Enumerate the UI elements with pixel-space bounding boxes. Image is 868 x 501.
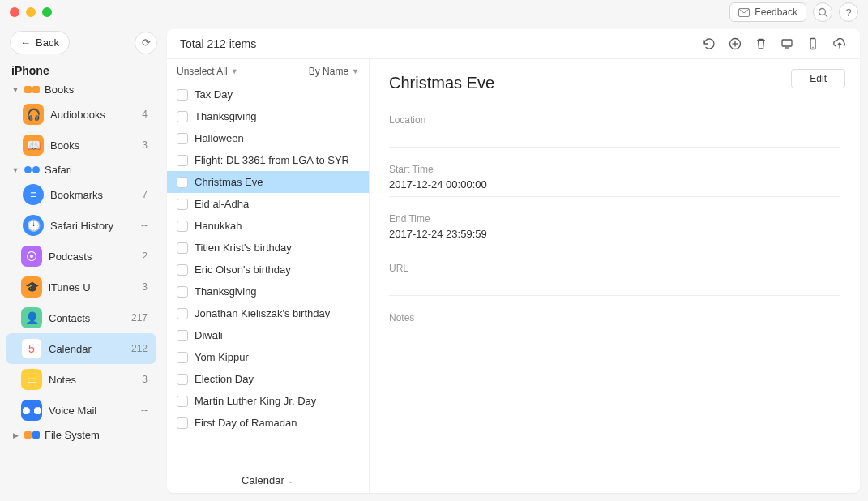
delete-button[interactable] xyxy=(755,37,768,50)
event-row[interactable]: Flight: DL 3361 from LGA to SYR xyxy=(167,149,369,171)
export-to-mac-button[interactable] xyxy=(780,37,793,50)
unselect-all-dropdown[interactable]: Unselect All ▼ xyxy=(177,66,238,77)
event-row[interactable]: Yom Kippur xyxy=(167,346,369,368)
magnifier-icon xyxy=(818,7,828,18)
event-checkbox[interactable] xyxy=(177,418,188,429)
location-label: Location xyxy=(389,114,840,126)
event-checkbox[interactable] xyxy=(177,199,188,210)
back-button[interactable]: ← Back xyxy=(10,31,70,54)
event-row[interactable]: Titien Krist's birthday xyxy=(167,237,369,259)
filesystem-group-icon xyxy=(24,431,40,439)
event-label: Yom Kippur xyxy=(195,351,249,363)
sidebar-item-bookmarks[interactable]: ≡ Bookmarks 7 xyxy=(8,179,156,210)
event-row[interactable]: Eric Olson's birthday xyxy=(167,259,369,280)
event-checkbox[interactable] xyxy=(177,155,188,166)
sidebar-item-audiobooks[interactable]: 🎧 Audiobooks 4 xyxy=(8,99,156,130)
event-label: Flight: DL 3361 from LGA to SYR xyxy=(195,154,349,166)
event-checkbox[interactable] xyxy=(177,352,188,363)
maximize-window-button[interactable] xyxy=(42,7,52,17)
sidebar-item-label: Podcasts xyxy=(49,250,128,263)
main-panel: Total 212 items xyxy=(167,29,860,493)
event-row[interactable]: Tax Day xyxy=(167,84,369,105)
refresh-button[interactable] xyxy=(703,37,716,50)
event-checkbox[interactable] xyxy=(177,89,188,101)
sidebar: ← Back ⟳ iPhone ▼ Books 🎧 xyxy=(0,24,160,501)
export-to-device-button[interactable] xyxy=(806,37,819,50)
feedback-button[interactable]: Feedback xyxy=(729,2,806,22)
contacts-icon: 👤 xyxy=(21,307,42,328)
sidebar-item-count: 212 xyxy=(128,343,148,354)
sidebar-item-label: Contacts xyxy=(49,312,128,324)
end-time-label: End Time xyxy=(389,213,840,225)
event-title: Christmas Eve xyxy=(389,74,840,96)
event-list[interactable]: Tax DayThanksgivingHalloweenFlight: DL 3… xyxy=(167,84,369,468)
event-row[interactable]: First Day of Ramadan xyxy=(167,412,369,434)
group-filesystem[interactable]: ▶ File System xyxy=(6,426,160,444)
event-checkbox[interactable] xyxy=(177,374,188,385)
back-label: Back xyxy=(36,36,59,49)
event-checkbox[interactable] xyxy=(177,221,188,232)
event-checkbox[interactable] xyxy=(177,330,188,341)
upload-to-cloud-button[interactable] xyxy=(832,37,847,50)
start-time-label: Start Time xyxy=(389,164,840,175)
event-row[interactable]: Christmas Eve xyxy=(167,171,369,193)
event-row[interactable]: Hanukkah xyxy=(167,215,369,237)
event-row[interactable]: Diwali xyxy=(167,324,369,346)
event-checkbox[interactable] xyxy=(177,111,188,122)
start-time-value: 2017-12-24 00:00:00 xyxy=(389,178,840,191)
chevron-down-icon: ▼ xyxy=(11,86,19,94)
calendar-filter-dropdown[interactable]: Calendar ⌄ xyxy=(242,474,294,486)
field-location: Location xyxy=(389,114,840,148)
notes-value xyxy=(389,327,840,340)
sidebar-item-count: 2 xyxy=(128,250,148,262)
event-checkbox[interactable] xyxy=(177,177,188,188)
event-row[interactable]: Thanksgiving xyxy=(167,105,369,127)
minimize-window-button[interactable] xyxy=(26,7,36,17)
device-label: iPhone xyxy=(6,59,160,80)
sort-dropdown[interactable]: By Name ▼ xyxy=(309,66,359,77)
event-checkbox[interactable] xyxy=(177,264,188,276)
add-button[interactable] xyxy=(729,37,742,50)
event-checkbox[interactable] xyxy=(177,133,188,144)
event-row[interactable]: Martin Luther King Jr. Day xyxy=(167,390,369,412)
sidebar-item-label: Notes xyxy=(49,374,128,386)
event-row[interactable]: Jonathan Kieliszak's birthday xyxy=(167,302,369,324)
event-label: Diwali xyxy=(195,329,223,341)
event-checkbox[interactable] xyxy=(177,396,188,407)
event-row[interactable]: Thanksgiving xyxy=(167,280,369,302)
help-button[interactable]: ? xyxy=(839,2,858,22)
sidebar-item-count: -- xyxy=(128,405,148,416)
event-label: Eric Olson's birthday xyxy=(195,263,291,276)
sidebar-item-label: Calendar xyxy=(49,343,128,355)
sidebar-refresh-button[interactable]: ⟳ xyxy=(135,32,157,54)
event-checkbox[interactable] xyxy=(177,242,188,254)
event-checkbox[interactable] xyxy=(177,286,188,298)
toolbar xyxy=(703,37,847,50)
sidebar-item-calendar[interactable]: 5 Calendar 212 xyxy=(6,333,156,364)
bookmarks-icon: ≡ xyxy=(23,184,44,205)
group-books[interactable]: ▼ Books xyxy=(6,80,160,99)
event-row[interactable]: Election Day xyxy=(167,368,369,390)
sidebar-item-podcasts[interactable]: ⦿ Podcasts 2 xyxy=(6,241,156,272)
close-window-button[interactable] xyxy=(10,7,19,17)
event-detail-panel: Edit Christmas Eve Location Start Time 2… xyxy=(370,59,860,493)
safari-group-icon xyxy=(24,166,40,173)
sidebar-item-safari-history[interactable]: 🕑 Safari History -- xyxy=(8,210,156,241)
sidebar-item-voicemail[interactable]: ⏺⏺ Voice Mail -- xyxy=(6,395,156,426)
group-safari[interactable]: ▼ Safari xyxy=(6,161,160,179)
event-row[interactable]: Halloween xyxy=(167,127,369,149)
edit-button[interactable]: Edit xyxy=(791,69,845,88)
calendar-icon: 5 xyxy=(21,338,42,359)
search-button[interactable] xyxy=(813,2,832,22)
url-value xyxy=(389,277,840,290)
sidebar-item-contacts[interactable]: 👤 Contacts 217 xyxy=(6,302,156,333)
event-row[interactable]: Eid al-Adha xyxy=(167,193,369,215)
refresh-icon: ⟳ xyxy=(142,36,151,49)
sidebar-item-books[interactable]: 📖 Books 3 xyxy=(8,130,156,161)
sidebar-item-count: 4 xyxy=(128,109,148,120)
sidebar-item-count: 3 xyxy=(128,139,148,151)
event-checkbox[interactable] xyxy=(177,308,188,319)
sidebar-item-itunesu[interactable]: 🎓 iTunes U 3 xyxy=(6,272,156,302)
notes-label: Notes xyxy=(389,312,840,323)
sidebar-item-notes[interactable]: ▭ Notes 3 xyxy=(6,364,156,395)
